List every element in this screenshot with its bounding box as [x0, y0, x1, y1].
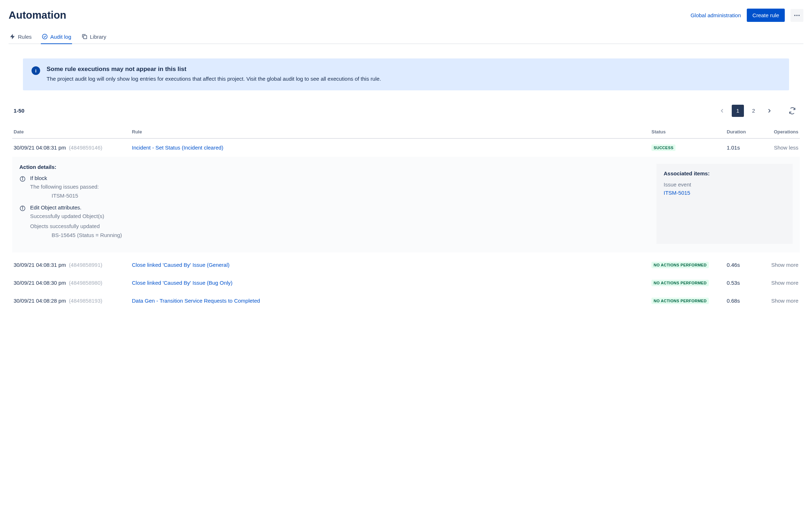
- action-title: Edit Object attributes.: [30, 204, 648, 210]
- show-more-toggle[interactable]: Show more: [759, 298, 798, 304]
- page-2-button[interactable]: 2: [747, 105, 760, 117]
- tabs: Rules Audit log Library: [9, 30, 803, 44]
- row-exec-id: (4849859146): [69, 145, 102, 151]
- details-panel: Action details: If block The following i…: [12, 157, 800, 252]
- col-header-date: Date: [14, 129, 132, 134]
- action-line: Successfully updated Object(s): [30, 212, 648, 221]
- col-header-rule: Rule: [132, 129, 651, 134]
- col-header-duration: Duration: [727, 129, 759, 134]
- prev-page-button[interactable]: [716, 105, 728, 117]
- row-date: 30/09/21 04:08:28 pm: [14, 298, 66, 304]
- table-header: Date Rule Status Duration Operations: [12, 126, 800, 139]
- table-row: 30/09/21 04:08:31 pm (4849859146) Incide…: [12, 139, 800, 157]
- action-indent: ITSM-5015: [30, 193, 648, 199]
- svg-point-1: [796, 15, 797, 16]
- status-badge: NO ACTIONS PERFORMED: [651, 262, 709, 268]
- banner-body: The project audit log will only show log…: [47, 75, 780, 83]
- associated-label: Issue event: [664, 181, 785, 188]
- associated-link[interactable]: ITSM-5015: [664, 190, 690, 196]
- col-header-status: Status: [651, 129, 727, 134]
- row-duration: 1.01s: [727, 145, 759, 151]
- svg-point-3: [43, 34, 48, 39]
- global-admin-link[interactable]: Global administration: [691, 12, 741, 18]
- chevron-left-icon: [719, 108, 725, 114]
- tab-rules[interactable]: Rules: [9, 30, 32, 44]
- table-row: 30/09/21 04:08:28 pm (4849858193) Data G…: [12, 292, 800, 310]
- show-more-toggle[interactable]: Show more: [759, 262, 798, 268]
- row-exec-id: (4849858991): [69, 262, 102, 268]
- show-more-toggle[interactable]: Show more: [759, 280, 798, 286]
- tab-library[interactable]: Library: [81, 30, 107, 44]
- info-outline-icon: [19, 176, 26, 182]
- row-rule-link[interactable]: Close linked 'Caused By' Issue (Bug Only…: [132, 280, 233, 286]
- row-duration: 0.68s: [727, 298, 759, 304]
- info-outline-icon: [19, 205, 26, 212]
- row-rule-link[interactable]: Close linked 'Caused By' Issue (General): [132, 262, 230, 268]
- row-exec-id: (4849858193): [69, 298, 102, 304]
- table-row: 30/09/21 04:08:30 pm (4849858980) Close …: [12, 274, 800, 292]
- svg-point-10: [22, 207, 23, 207]
- check-circle-icon: [42, 33, 48, 40]
- next-page-button[interactable]: [763, 105, 775, 117]
- info-icon: i: [32, 66, 40, 75]
- row-date: 30/09/21 04:08:30 pm: [14, 280, 66, 286]
- table-row: 30/09/21 04:08:31 pm (4849858991) Close …: [12, 256, 800, 274]
- row-duration: 0.46s: [727, 262, 759, 268]
- refresh-button[interactable]: [786, 105, 798, 117]
- show-less-toggle[interactable]: Show less: [759, 145, 798, 151]
- status-badge: NO ACTIONS PERFORMED: [651, 298, 709, 304]
- status-badge: SUCCESS: [651, 145, 675, 151]
- more-horizontal-icon: [793, 12, 801, 19]
- svg-point-7: [22, 177, 23, 178]
- create-rule-button[interactable]: Create rule: [747, 9, 785, 22]
- svg-point-2: [798, 15, 799, 16]
- action-title: If block: [30, 175, 648, 181]
- page-title: Automation: [9, 9, 66, 21]
- action-indent: BS-15645 (Status = Running): [30, 232, 648, 238]
- more-actions-button[interactable]: [790, 9, 803, 22]
- action-item: If block The following issues passed: IT…: [19, 175, 648, 199]
- tab-label: Library: [90, 34, 106, 40]
- row-date: 30/09/21 04:08:31 pm: [14, 262, 66, 268]
- row-duration: 0.53s: [727, 280, 759, 286]
- action-item: Edit Object attributes. Successfully upd…: [19, 204, 648, 238]
- copy-icon: [81, 33, 88, 40]
- action-line: Objects successfully updated: [30, 222, 648, 231]
- banner-title: Some rule executions may not appear in t…: [47, 66, 780, 73]
- action-line: The following issues passed:: [30, 183, 648, 191]
- row-rule-link[interactable]: Incident - Set Status (Incident cleared): [132, 145, 223, 151]
- action-details-heading: Action details:: [19, 164, 648, 170]
- tab-audit-log[interactable]: Audit log: [41, 30, 72, 44]
- svg-rect-4: [83, 36, 87, 39]
- refresh-icon: [789, 107, 796, 114]
- col-header-operations: Operations: [759, 129, 798, 134]
- tab-label: Rules: [18, 34, 32, 40]
- tab-label: Audit log: [50, 34, 71, 40]
- row-exec-id: (4849858980): [69, 280, 102, 286]
- row-date: 30/09/21 04:08:31 pm: [14, 145, 66, 151]
- chevron-right-icon: [766, 108, 773, 114]
- pagination: 1 2: [716, 105, 798, 117]
- row-rule-link[interactable]: Data Gen - Transition Service Requests t…: [132, 298, 260, 304]
- page-1-button[interactable]: 1: [732, 105, 744, 117]
- info-banner: i Some rule executions may not appear in…: [23, 58, 789, 90]
- page-range: 1-50: [14, 108, 24, 114]
- associated-heading: Associated items:: [664, 170, 785, 176]
- bolt-icon: [9, 33, 16, 40]
- status-badge: NO ACTIONS PERFORMED: [651, 280, 709, 286]
- svg-point-0: [794, 15, 796, 16]
